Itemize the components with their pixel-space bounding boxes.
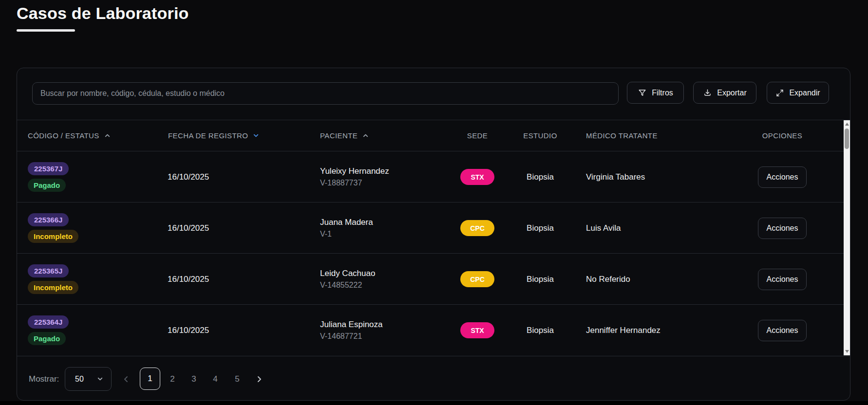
sort-asc-icon — [362, 132, 369, 139]
study-cell: Biopsia — [511, 151, 569, 202]
search-input[interactable] — [32, 82, 619, 105]
filter-icon — [638, 88, 647, 97]
actions-button[interactable]: Acciones — [758, 218, 807, 239]
patient-cell: Yuleixy Hernandez V-18887737 — [320, 151, 447, 202]
actions-cell: Acciones — [753, 202, 811, 254]
actions-button[interactable]: Acciones — [758, 269, 807, 290]
patient-cell: Juana Madera V-1 — [320, 202, 447, 254]
actions-cell: Acciones — [753, 305, 811, 356]
page-size-label: Mostrar: — [29, 356, 59, 401]
actions-cell: Acciones — [753, 151, 811, 202]
column-header-doctor: MÉDICO TRATANTE — [586, 120, 658, 151]
page-button-1[interactable]: 1 — [140, 368, 160, 390]
patient-cell: Juliana Espinoza V-14687721 — [320, 305, 447, 356]
code-status-cell: 225367J Pagado — [28, 151, 69, 202]
filters-button[interactable]: Filtros — [627, 82, 684, 104]
vertical-scrollbar[interactable] — [844, 120, 850, 355]
page-button-3[interactable]: 3 — [185, 356, 203, 401]
sede-badge: STX — [460, 169, 494, 185]
column-header-options: OPCIONES — [753, 120, 811, 151]
study-cell: Biopsia — [511, 305, 569, 356]
laboratory-cases-page: Casos de Laboratorio Filtros Exportar Ex… — [0, 0, 868, 405]
table-row: 225364J Pagado 16/10/2025 Juliana Espino… — [17, 304, 850, 355]
status-badge: Pagado — [28, 179, 66, 192]
patient-document: V-14687721 — [320, 332, 362, 341]
case-code-badge: 225365J — [28, 264, 69, 277]
date-cell: 16/10/2025 — [168, 305, 245, 356]
patient-document: V-18887737 — [320, 179, 362, 187]
code-status-cell: 225366J Incompleto — [28, 202, 78, 254]
page-size-value: 50 — [75, 375, 84, 384]
case-code-badge: 225367J — [28, 162, 69, 175]
export-button-label: Exportar — [717, 89, 746, 97]
page-size-select[interactable]: 50 — [65, 367, 112, 391]
table-header: CÓDIGO / ESTATUS FECHA DE REGISTRO PACIE… — [17, 120, 850, 151]
patient-cell: Leidy Cachuao V-14855222 — [320, 254, 447, 305]
date-cell: 16/10/2025 — [168, 151, 245, 202]
table-row: 225367J Pagado 16/10/2025 Yuleixy Hernan… — [17, 151, 850, 202]
case-code-badge: 225364J — [28, 315, 69, 329]
code-status-cell: 225364J Pagado — [28, 305, 69, 356]
doctor-cell: Jenniffer Hernandez — [586, 305, 742, 356]
next-page-button[interactable] — [253, 356, 265, 401]
date-cell: 16/10/2025 — [168, 254, 245, 305]
sede-cell: CPC — [448, 254, 507, 305]
column-header-sede: SEDE — [448, 120, 507, 151]
filters-button-label: Filtros — [652, 89, 673, 97]
sort-asc-icon — [104, 132, 111, 139]
page-title: Casos de Laboratorio — [17, 4, 189, 23]
column-label: PACIENTE — [320, 131, 358, 140]
column-header-code-status[interactable]: CÓDIGO / ESTATUS — [28, 120, 111, 151]
export-button[interactable]: Exportar — [693, 82, 756, 104]
pagination-bar: Mostrar: 50 1 2 3 4 5 — [17, 356, 850, 401]
column-label: ESTUDIO — [523, 131, 557, 140]
page-button-4[interactable]: 4 — [207, 356, 224, 401]
code-status-cell: 225365J Incompleto — [28, 254, 78, 305]
sede-badge: CPC — [460, 220, 494, 236]
page-button-5[interactable]: 5 — [228, 356, 246, 401]
column-label: CÓDIGO / ESTATUS — [28, 131, 99, 140]
sede-badge: STX — [460, 322, 494, 338]
patient-name: Yuleixy Hernandez — [320, 166, 389, 176]
status-badge: Pagado — [28, 332, 66, 345]
date-cell: 16/10/2025 — [168, 202, 245, 254]
scrollbar-thumb[interactable] — [845, 129, 849, 149]
sede-cell: CPC — [448, 202, 507, 254]
status-badge: Incompleto — [28, 230, 78, 243]
column-label: FECHA DE REGISTRO — [168, 131, 248, 140]
previous-page-button[interactable] — [120, 356, 132, 401]
status-badge: Incompleto — [28, 281, 78, 294]
chevron-down-icon — [96, 375, 104, 383]
patient-name: Juana Madera — [320, 218, 373, 227]
actions-cell: Acciones — [753, 254, 811, 305]
doctor-cell: No Referido — [586, 254, 742, 305]
case-code-badge: 225366J — [28, 213, 69, 226]
doctor-cell: Virginia Tabares — [586, 151, 742, 202]
patient-name: Leidy Cachuao — [320, 269, 375, 278]
column-label: MÉDICO TRATANTE — [586, 131, 658, 140]
actions-button[interactable]: Acciones — [758, 166, 807, 188]
patient-document: V-1 — [320, 230, 332, 239]
patient-document: V-14855222 — [320, 281, 362, 290]
column-header-date[interactable]: FECHA DE REGISTRO — [168, 120, 260, 151]
study-cell: Biopsia — [511, 254, 569, 305]
study-cell: Biopsia — [511, 202, 569, 254]
expand-button-label: Expandir — [789, 89, 820, 97]
actions-button[interactable]: Acciones — [758, 320, 807, 341]
sede-cell: STX — [448, 305, 507, 356]
expand-icon — [775, 89, 784, 97]
patient-name: Juliana Espinoza — [320, 320, 383, 330]
bottom-strip — [0, 401, 868, 405]
download-icon — [703, 88, 712, 97]
sede-cell: STX — [448, 151, 507, 202]
doctor-cell: Luis Avila — [586, 202, 742, 254]
page-button-2[interactable]: 2 — [164, 356, 181, 401]
column-label: OPCIONES — [762, 131, 802, 140]
scroll-up-arrow[interactable] — [844, 121, 850, 128]
expand-button[interactable]: Expandir — [767, 82, 829, 104]
column-label: SEDE — [467, 131, 488, 140]
scroll-down-arrow[interactable] — [844, 348, 850, 355]
table-row: 225365J Incompleto 16/10/2025 Leidy Cach… — [17, 253, 850, 304]
column-header-patient[interactable]: PACIENTE — [320, 120, 369, 151]
column-header-study: ESTUDIO — [511, 120, 569, 151]
